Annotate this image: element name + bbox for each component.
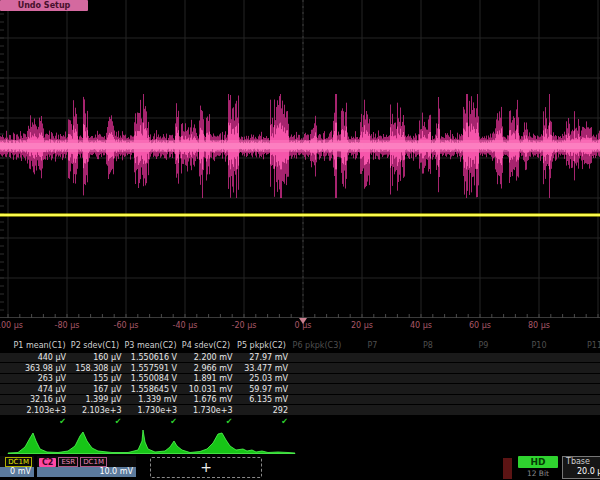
param-header-P7[interactable]: P7 — [346, 341, 399, 351]
time-tick-label: 60 µs — [469, 321, 491, 330]
param-P1-stat-3: 474 µV — [13, 385, 66, 395]
time-tick-label: -40 µs — [173, 321, 198, 330]
f1-histogram-trace[interactable] — [0, 430, 600, 456]
param-P1-stat-0: 440 µV — [13, 353, 66, 363]
param-P5-stat-2: 25.03 mV — [235, 374, 288, 384]
param-P4-stat-3: 10.031 mV — [180, 385, 233, 395]
c2-descriptor-box[interactable]: C2 ESR DC1M 10.0 mV — [37, 456, 136, 477]
c1-descriptor-box[interactable]: C1 DC1M 0 mV — [0, 456, 34, 477]
timebase-label: Tbase — [563, 457, 600, 467]
param-P4-stat-1: 2.966 mV — [180, 364, 233, 374]
param-P1-stat-2: 263 µV — [13, 374, 66, 384]
param-P3-stat-1: 1.557591 V — [124, 364, 177, 374]
param-P1-stat-5: 2.103e+3 — [13, 406, 66, 416]
param-P2-stat-0: 160 µV — [69, 353, 122, 363]
param-header-P3[interactable]: P3 mean(C2) — [124, 341, 177, 351]
time-tick-label: 40 µs — [410, 321, 432, 330]
param-header-P1[interactable]: P1 mean(C1) — [13, 341, 66, 351]
param-header-P4[interactable]: P4 sdev(C2) — [180, 341, 233, 351]
param-P2-stat-4: 1.399 µV — [69, 395, 122, 405]
c2-coupling-badge: DC1M — [80, 457, 107, 467]
param-P5-stat-0: 27.97 mV — [235, 353, 288, 363]
param-P4-stat-0: 2.200 mV — [180, 353, 233, 363]
param-header-P9[interactable]: P9 — [457, 341, 510, 351]
time-tick-label: -100 µs — [0, 321, 23, 330]
trigger-position-icon[interactable] — [299, 318, 307, 324]
trigger-box-fragment — [503, 458, 512, 479]
status-check-icon: ✔ — [69, 417, 122, 427]
status-check-icon: ✔ — [180, 417, 233, 427]
time-tick-label: -60 µs — [114, 321, 139, 330]
graticule[interactable] — [0, 0, 600, 318]
param-header-P5[interactable]: P5 pkpk(C2) — [235, 341, 288, 351]
time-tick-label: -80 µs — [55, 321, 80, 330]
param-header-P2[interactable]: P2 sdev(C1) — [69, 341, 122, 351]
param-P4-stat-5: 1.730e+3 — [180, 406, 233, 416]
param-P3-stat-2: 1.550084 V — [124, 374, 177, 384]
oscilloscope-screen: Undo Setup -100 µs-80 µs-60 µs-40 µs-20 … — [0, 0, 600, 480]
c2-esr-badge: ESR — [58, 457, 78, 467]
param-P4-stat-4: 1.676 mV — [180, 395, 233, 405]
time-tick-label: 80 µs — [528, 321, 550, 330]
status-check-icon: ✔ — [235, 417, 288, 427]
hd-bit-depth-label: 12 Bit — [518, 469, 558, 478]
param-P5-stat-4: 6.135 mV — [235, 395, 288, 405]
timebase-value: 20.0 µs — [563, 467, 600, 477]
param-header-P8[interactable]: P8 — [402, 341, 455, 351]
time-tick-label: -20 µs — [232, 321, 257, 330]
param-P3-stat-0: 1.550616 V — [124, 353, 177, 363]
descriptor-bar: C1 DC1M 0 mV C2 ESR DC1M 10.0 mV + HD 12… — [0, 456, 600, 480]
param-P1-stat-4: 32.16 µV — [13, 395, 66, 405]
status-check-icon: ✔ — [13, 417, 66, 427]
hd-mode-badge[interactable]: HD — [518, 456, 558, 468]
timebase-box[interactable]: Tbase 20.0 µs — [562, 456, 600, 479]
c2-channel-label: C2 — [39, 458, 56, 467]
add-trace-button[interactable]: + — [150, 457, 262, 478]
param-header-P6[interactable]: P6 pkpk(C3) — [291, 341, 344, 351]
param-P1-stat-1: 363.98 µV — [13, 364, 66, 374]
time-tick-label: 20 µs — [351, 321, 373, 330]
status-check-icon: ✔ — [124, 417, 177, 427]
param-P3-stat-3: 1.558645 V — [124, 385, 177, 395]
c2-scale-value: 10.0 mV — [37, 467, 136, 477]
param-header-P10[interactable]: P10 — [513, 341, 566, 351]
c1-scale-value: 0 mV — [0, 467, 34, 477]
param-P2-stat-2: 155 µV — [69, 374, 122, 384]
param-P4-stat-2: 1.891 mV — [180, 374, 233, 384]
c1-coupling-badge: DC1M — [5, 457, 32, 467]
param-P5-stat-5: 292 — [235, 406, 288, 416]
param-P2-stat-5: 2.103e+3 — [69, 406, 122, 416]
param-P2-stat-1: 158.308 µV — [69, 364, 122, 374]
measurement-table: P1 mean(C1)440 µV363.98 µV263 µV474 µV32… — [0, 341, 600, 429]
param-P3-stat-5: 1.730e+3 — [124, 406, 177, 416]
param-P5-stat-3: 59.97 mV — [235, 385, 288, 395]
undo-setup-button[interactable]: Undo Setup — [0, 0, 88, 11]
param-P3-stat-4: 1.339 mV — [124, 395, 177, 405]
param-header-P11[interactable]: P11 — [568, 341, 600, 351]
param-P2-stat-3: 167 µV — [69, 385, 122, 395]
param-P5-stat-1: 33.477 mV — [235, 364, 288, 374]
